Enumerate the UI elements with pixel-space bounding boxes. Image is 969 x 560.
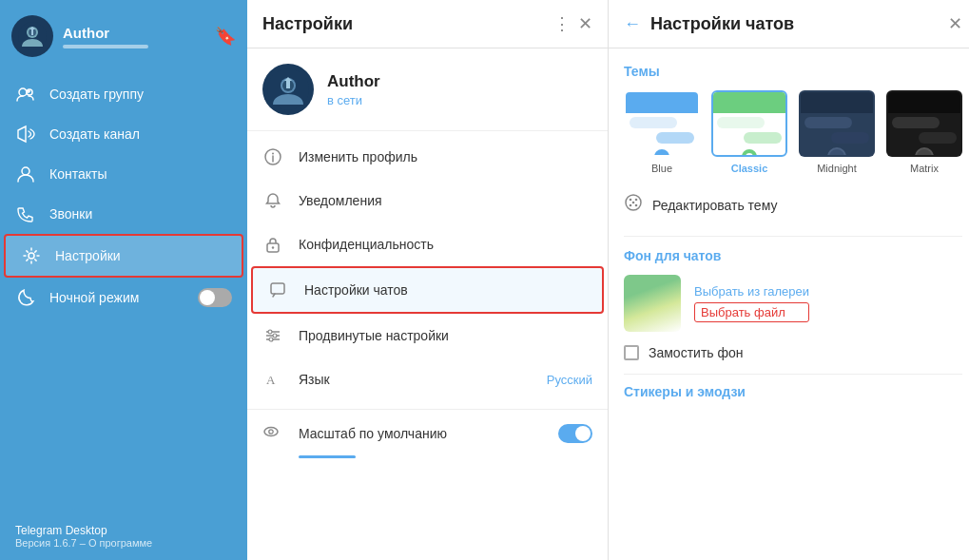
channel-icon: [15, 124, 36, 145]
themes-section-label: Темы: [624, 64, 962, 79]
svg-point-18: [272, 246, 274, 248]
calls-icon: [15, 203, 36, 224]
theme-card-blue[interactable]: Blue: [624, 90, 700, 174]
bg-thumbnail-inner: [624, 275, 681, 332]
menu-item-privacy-label: Конфиденциальность: [299, 237, 592, 252]
svg-point-24: [273, 334, 277, 338]
sidebar-item-create-channel[interactable]: Создать канал: [0, 114, 247, 154]
profile-section: Author в сети: [247, 48, 608, 131]
eye-icon: [262, 423, 283, 444]
menu-item-language[interactable]: A Язык Русский: [247, 357, 608, 401]
sidebar: Author 🔖 Создать группу: [0, 0, 247, 560]
menu-item-notifications-label: Уведомления: [299, 193, 592, 208]
edit-theme-label: Редактировать тему: [652, 198, 777, 213]
sidebar-item-contacts[interactable]: Контакты: [0, 154, 247, 194]
theme-card-classic[interactable]: Classic: [711, 90, 787, 174]
svg-point-30: [630, 199, 632, 202]
sidebar-item-label-create-group: Создать группу: [49, 87, 232, 102]
font-icon: A: [262, 369, 283, 390]
group-icon: [15, 84, 36, 105]
svg-point-34: [632, 202, 635, 204]
profile-status: в сети: [327, 93, 380, 107]
profile-info: Author в сети: [327, 72, 380, 107]
bell-icon: [262, 190, 283, 211]
middle-close-icon[interactable]: ✕: [578, 13, 592, 34]
settings-menu: Изменить профиль Уведомления Конфиденциа…: [247, 131, 608, 405]
lock-icon: [262, 234, 283, 255]
right-header: ← Настройки чатов ✕: [609, 0, 969, 48]
theme-name-midnight: Midnight: [817, 163, 857, 174]
theme-preview-blue: [624, 90, 700, 157]
divider: [247, 409, 608, 410]
svg-point-5: [27, 89, 32, 95]
gallery-link[interactable]: Выбрать из галереи: [694, 284, 809, 299]
menu-item-edit-profile[interactable]: Изменить профиль: [247, 135, 608, 179]
bg-thumbnail: [624, 275, 681, 332]
sidebar-item-label-settings: Настройки: [55, 248, 226, 263]
menu-item-advanced[interactable]: Продвинутые настройки: [247, 314, 608, 357]
settings-icon: [21, 245, 42, 266]
menu-item-notifications[interactable]: Уведомления: [247, 179, 608, 222]
scale-toggle-row: Масштаб по умолчанию: [247, 414, 608, 454]
right-content: Темы Blue Classic: [609, 48, 969, 560]
menu-item-privacy[interactable]: Конфиденциальность: [247, 222, 608, 266]
menu-item-language-value: Русский: [547, 373, 592, 387]
scale-toggle[interactable]: [558, 424, 592, 443]
menu-item-language-label: Язык: [299, 372, 532, 387]
stickers-divider: [624, 374, 962, 375]
tile-bg-label: Замостить фон: [649, 345, 744, 360]
sidebar-item-night-mode[interactable]: Ночной режим: [0, 278, 247, 318]
svg-text:A: A: [266, 373, 276, 387]
menu-item-chat-settings-label: Настройки чатов: [304, 282, 587, 298]
sidebar-progress-bar: [63, 45, 148, 48]
sidebar-header: Author 🔖: [0, 0, 247, 67]
info-icon: [262, 146, 283, 167]
middle-panel-title: Настройки: [262, 14, 546, 34]
svg-point-23: [268, 330, 272, 334]
app-name: Telegram Desktop: [15, 524, 232, 537]
sidebar-item-calls[interactable]: Звонки: [0, 194, 247, 234]
sidebar-item-label-night-mode: Ночной режим: [49, 290, 184, 305]
profile-avatar: [262, 64, 314, 115]
edit-theme-row[interactable]: Редактировать тему: [624, 193, 962, 217]
right-close-icon[interactable]: ✕: [948, 13, 962, 34]
svg-point-4: [19, 88, 27, 96]
menu-item-edit-profile-label: Изменить профиль: [299, 149, 592, 164]
middle-header: Настройки ⋮ ✕: [247, 0, 608, 48]
back-button[interactable]: ←: [624, 14, 641, 34]
tile-bg-checkbox[interactable]: [624, 345, 639, 360]
profile-name: Author: [327, 72, 380, 91]
svg-point-9: [29, 253, 34, 259]
scale-label: Масштаб по умолчанию: [299, 426, 543, 441]
theme-card-midnight[interactable]: Midnight: [799, 90, 875, 174]
svg-point-31: [635, 199, 638, 202]
avatar: [11, 15, 53, 57]
svg-point-32: [630, 204, 632, 207]
stickers-label: Стикеры и эмодзи: [624, 384, 962, 399]
themes-row: Blue Classic Midni: [624, 90, 962, 174]
sliders-icon: [262, 325, 283, 346]
bookmark-icon[interactable]: 🔖: [215, 26, 236, 47]
sidebar-menu: Создать группу Создать канал Контакты: [0, 67, 247, 512]
bg-row: Выбрать из галереи Выбрать файл: [624, 275, 962, 332]
theme-name-blue: Blue: [651, 163, 672, 174]
scale-bar: [299, 455, 356, 458]
svg-point-8: [22, 167, 29, 175]
menu-item-chat-settings[interactable]: Настройки чатов: [251, 266, 604, 314]
theme-card-matrix[interactable]: Matrix: [886, 90, 962, 174]
theme-preview-classic: [711, 90, 787, 157]
middle-panel: Настройки ⋮ ✕ Author в сети Изменить про…: [247, 0, 609, 560]
sidebar-item-settings[interactable]: Настройки: [4, 234, 243, 278]
more-icon[interactable]: ⋮: [553, 13, 571, 34]
sidebar-item-label-contacts: Контакты: [49, 166, 232, 182]
svg-rect-19: [271, 283, 284, 294]
chat-icon: [268, 280, 289, 300]
night-mode-toggle[interactable]: [198, 288, 232, 307]
svg-point-25: [269, 338, 273, 341]
sidebar-item-create-group[interactable]: Создать группу: [0, 74, 247, 114]
sidebar-item-label-create-channel: Создать канал: [49, 126, 232, 142]
sidebar-username: Author: [63, 25, 205, 41]
bg-divider: [624, 236, 962, 237]
svg-point-33: [635, 204, 638, 207]
file-link[interactable]: Выбрать файл: [694, 302, 809, 322]
